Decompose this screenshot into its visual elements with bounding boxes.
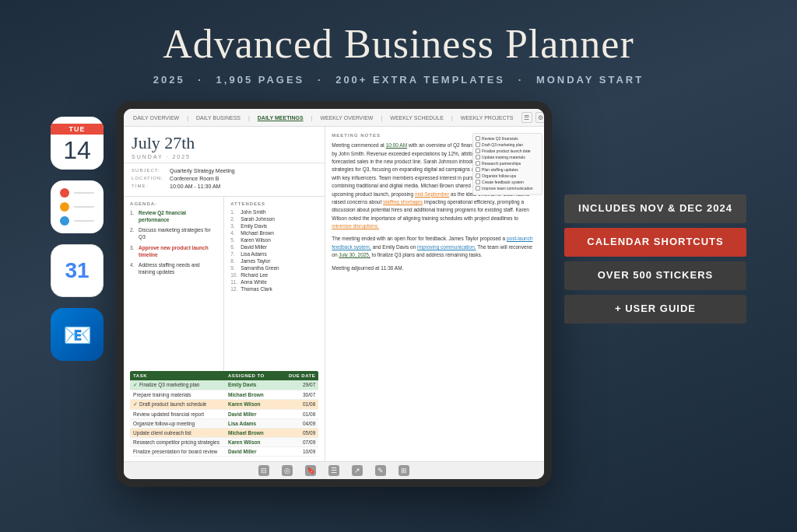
calendar-date: 14 (63, 138, 91, 163)
reminder-dot-3 (60, 216, 94, 226)
dot1: · (198, 74, 203, 86)
att-10: 10.Richard Lee (230, 272, 318, 278)
att-5: 5.Karen Wilson (230, 237, 318, 243)
tablet-screen: DAILY OVERVIEW | DAILY BUSINESS | DAILY … (124, 109, 544, 479)
gcal-label: 31 (65, 258, 90, 283)
dot3: · (518, 74, 524, 86)
task-row-1: ✓Finalize Q3 marketing plan Emily Davis … (130, 380, 318, 390)
check-item-1: Review Q2 financials (476, 136, 539, 141)
nav-daily-business[interactable]: DAILY BUSINESS (193, 114, 244, 122)
tablet-bottom-bar: ⊟ ◎ 🔖 ☰ ↗ ✎ ⊞ (124, 461, 544, 479)
mini-checklist: Review Q2 financials Draft Q3 marketing … (472, 133, 542, 195)
nav-weekly-schedule[interactable]: WEEKLY SCHEDULE (387, 114, 447, 122)
reminder-blue-dot (60, 216, 69, 226)
bottom-icon-2[interactable]: ◎ (282, 465, 293, 476)
bottom-icon-6[interactable]: ✎ (375, 465, 386, 476)
bottom-icon-1[interactable]: ⊟ (258, 465, 269, 476)
tablet-nav[interactable]: DAILY OVERVIEW | DAILY BUSINESS | DAILY … (124, 109, 544, 127)
nav-weekly-overview[interactable]: WEEKLY OVERVIEW (317, 114, 376, 122)
time-label: TIME: (132, 184, 167, 188)
meeting-date-sub: SUNDAY · 2025 (132, 154, 317, 159)
tablet-right-panel: MEETING NOTES Meeting commenced at 10:00… (325, 127, 544, 461)
tablet-main-content: July 27th SUNDAY · 2025 SUBJECT: Quarter… (124, 127, 544, 461)
attendees-header: ATTENDEES (230, 201, 318, 206)
badge-stickers-text: OVER 500 STICKERS (578, 269, 732, 282)
bottom-icon-4[interactable]: ☰ (328, 465, 339, 476)
task-row-4: Review updated financial report David Mi… (130, 410, 318, 419)
nav-icon-1[interactable]: ☰ (521, 112, 532, 123)
subject-value: Quarterly Strategy Meeting (170, 168, 235, 173)
subject-row: SUBJECT: Quarterly Strategy Meeting (132, 168, 317, 173)
agenda-header: AGENDA: (130, 201, 217, 206)
att-7: 7.Lisa Adams (230, 251, 318, 257)
dot2: · (318, 74, 323, 86)
subtitle-start: MONDAY START (536, 74, 644, 86)
google-calendar-icon[interactable]: 31 (51, 244, 104, 297)
task-table-header: TASK ASSIGNED TO DUE DATE (130, 371, 318, 380)
nav-daily-overview[interactable]: DAILY OVERVIEW (130, 114, 182, 122)
att-3: 3.Emily Davis (230, 223, 318, 229)
bottom-icon-7[interactable]: ⊞ (398, 465, 409, 476)
att-12: 12.Thomas Clark (230, 286, 318, 292)
check-item-5: Research partnerships (476, 161, 539, 166)
reminder-line-2 (74, 206, 94, 208)
agenda-item-2: 2. Discuss marketing strategies for Q3 (130, 226, 217, 240)
check-item-7: Organize follow-ups (476, 173, 539, 178)
main-title: Advanced Business Planner (153, 22, 644, 66)
nav-icon-2[interactable]: ⚙ (535, 112, 545, 123)
agenda-item-1: 1. Review Q2 financial performance (130, 209, 217, 223)
att-2: 2.Sarah Johnson (230, 216, 318, 222)
task-row-3: ✓Draft product launch schedule Karen Wil… (130, 400, 318, 410)
attendees-column: ATTENDEES 1.John Smith 2.Sarah Johnson 3… (224, 197, 325, 371)
location-row: LOCATION: Conference Room B (132, 176, 317, 181)
nav-weekly-projects[interactable]: WEEKLY PROJECTS (458, 114, 517, 122)
reminders-app-icon[interactable] (51, 180, 104, 233)
calendar-app-icon[interactable]: TUE 14 (51, 117, 104, 170)
task-row-8: Finalize presentation for board review D… (130, 447, 318, 457)
nav-daily-meetings[interactable]: DAILY MEETINGS (255, 114, 307, 122)
subtitle: 2025 · 1,905 PAGES · 200+ EXTRA TEMPLATE… (153, 74, 644, 86)
check-item-2: Draft Q3 marketing plan (476, 142, 539, 147)
subject-label: SUBJECT: (132, 168, 167, 173)
subtitle-pages: 1,905 PAGES (216, 74, 305, 86)
th-task: TASK (133, 373, 226, 378)
right-badges: INCLUDES NOV & DEC 2024 CALENDAR SHORTCU… (564, 101, 746, 324)
att-9: 9.Samantha Green (230, 265, 318, 271)
background: Advanced Business Planner 2025 · 1,905 P… (0, 0, 797, 532)
badge-calendar-shortcuts: CALENDAR SHORTCUTS (564, 228, 746, 257)
outlook-icon[interactable]: 📧 (51, 308, 104, 361)
att-4: 4.Michael Brown (230, 230, 318, 236)
badge-nov-dec: INCLUDES NOV & DEC 2024 (564, 194, 746, 223)
tablet-left-panel: July 27th SUNDAY · 2025 SUBJECT: Quarter… (124, 127, 325, 461)
meeting-info: SUBJECT: Quarterly Strategy Meeting LOCA… (124, 163, 325, 197)
calendar-day: TUE (51, 124, 104, 135)
reminder-dot-1 (60, 188, 94, 198)
task-row-7: Research competitor pricing strategies K… (130, 438, 318, 447)
th-due: DUE DATE (286, 373, 315, 378)
att-8: 8.James Taylor (230, 258, 318, 264)
date-header: July 27th SUNDAY · 2025 (124, 127, 325, 163)
tablet-mockup: DAILY OVERVIEW | DAILY BUSINESS | DAILY … (116, 101, 552, 487)
bottom-icon-5[interactable]: ↗ (352, 465, 363, 476)
time-row: TIME: 10:00 AM - 11:30 AM (132, 184, 317, 189)
badge-nov-dec-text: INCLUDES NOV & DEC 2024 (578, 202, 732, 215)
notes-paragraph-3: Meeting adjourned at 11:30 AM. (332, 264, 538, 272)
check-item-3: Finalize product launch date (476, 149, 539, 153)
nav-icons: ☰ ⚙ ⊞ (521, 112, 545, 123)
agenda-item-3: 3. Approve new product launch timeline (130, 244, 217, 258)
time-value: 10:00 AM - 11:30 AM (170, 184, 220, 189)
att-11: 11.Anna White (230, 279, 318, 285)
reminder-orange-dot (60, 202, 69, 212)
att-6: 6.David Miller (230, 244, 318, 250)
reminder-dot-2 (60, 202, 94, 212)
task-row-6: Update client outreach list Michael Brow… (130, 429, 318, 438)
check-item-6: Plan staffing updates (476, 167, 539, 172)
task-table: TASK ASSIGNED TO DUE DATE ✓Finalize Q3 m… (124, 371, 325, 461)
left-app-icons: TUE 14 31 (51, 101, 104, 361)
check-item-9: Improve team communication (476, 186, 539, 191)
th-assigned: ASSIGNED TO (228, 373, 284, 378)
subtitle-templates: 200+ EXTRA TEMPLATES (335, 74, 505, 86)
agenda-attendees: AGENDA: 1. Review Q2 financial performan… (124, 197, 325, 371)
reminder-red-dot (60, 188, 69, 198)
bottom-icon-3[interactable]: 🔖 (305, 465, 316, 476)
